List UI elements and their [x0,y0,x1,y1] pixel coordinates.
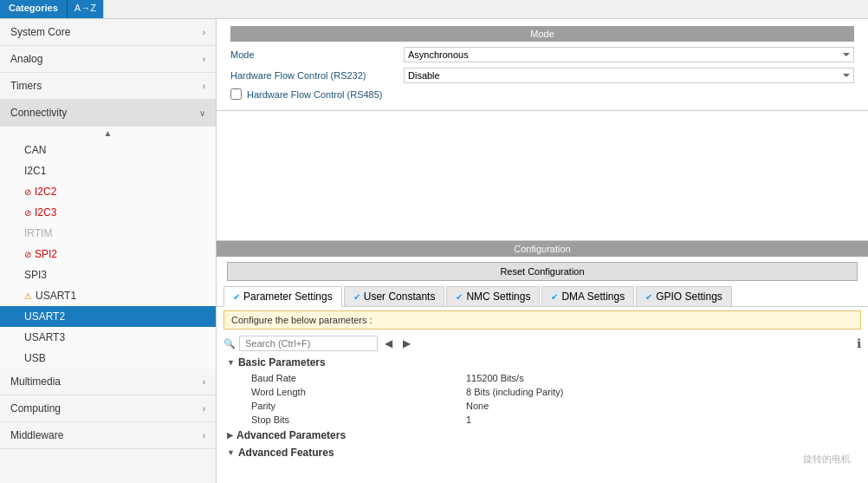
sidebar-item-spi2[interactable]: ⊘ SPI2 [0,244,216,264]
sidebar-item-middleware[interactable]: Middleware › [0,422,216,449]
mode-header: Mode [230,26,854,42]
search-next-button[interactable]: ▶ [399,337,414,349]
sidebar-item-usart1[interactable]: ⚠ USART1 [0,285,216,306]
sidebar-item-spi3[interactable]: SPI3 [0,264,216,285]
sidebar-item-connectivity[interactable]: Connectivity ∨ [0,100,216,127]
rs485-label: Hardware Flow Control (RS485) [247,89,383,100]
disabled-icon: ⊘ [24,187,31,197]
sidebar-item-i2c2[interactable]: ⊘ I2C2 [0,181,216,202]
reset-config-button[interactable]: Reset Configuration [227,262,858,281]
table-row: Stop Bits 1 [223,413,861,427]
sidebar-item-system-core[interactable]: System Core › [0,19,216,46]
scroll-up: ▲ [0,127,216,140]
flow-control-select[interactable]: Disable [404,68,854,83]
basic-params-label: Basic Parameters [238,356,326,369]
sidebar-item-analog[interactable]: Analog › [0,46,216,73]
advanced-features-section[interactable]: ▼ Advanced Features [223,444,861,461]
mode-section: Mode Mode Asynchronous Hardware Flow Con… [217,19,868,111]
mode-select[interactable]: Asynchronous [404,47,854,62]
check-icon: ✔ [456,292,463,302]
config-header: Configuration [217,241,868,257]
rs485-checkbox[interactable] [230,88,242,100]
tab-dma-settings[interactable]: ✔ DMA Settings [541,286,634,306]
sidebar-item-multimedia[interactable]: Multimedia › [0,369,216,395]
expand-arrow-icon: ▼ [227,358,235,367]
i2c1-label: I2C1 [24,165,46,177]
sidebar-item-usart3[interactable]: USART3 [0,327,216,348]
irtim-label: IRTIM [24,227,52,239]
sidebar-item-computing[interactable]: Computing › [0,395,216,422]
table-row: Parity None [223,399,861,413]
flow-control-row: Hardware Flow Control (RS232) Disable [230,68,854,83]
tab-label: User Constants [364,290,436,303]
expand-arrow-icon: ▼ [227,448,235,457]
search-icon: 🔍 [223,338,236,349]
sidebar-item-can[interactable]: CAN [0,140,216,160]
chevron-right-icon: › [203,377,205,387]
warning-icon: ⚠ [24,291,32,301]
tab-az[interactable]: A→Z [68,0,104,18]
info-icon[interactable]: ℹ [857,336,861,350]
sidebar-item-timers[interactable]: Timers › [0,73,216,100]
table-row: Word Length 8 Bits (including Parity) [223,385,861,399]
basic-parameters-section[interactable]: ▼ Basic Parameters [223,354,861,371]
expand-arrow-icon: ▶ [227,431,233,440]
chevron-right-icon: › [203,431,205,441]
sidebar-item-label: Connectivity [10,107,67,119]
sidebar-item-label: Multimedia [10,375,61,388]
search-prev-button[interactable]: ◀ [381,337,396,349]
main-layout: System Core › Analog › Timers › Connecti… [0,19,868,483]
advanced-params-label: Advanced Parameters [236,429,346,441]
param-value: 8 Bits (including Parity) [466,387,564,397]
tab-label: DMA Settings [561,290,625,303]
can-label: CAN [24,144,46,156]
usart3-label: USART3 [24,331,65,343]
sidebar-item-i2c3[interactable]: ⊘ I2C3 [0,202,216,223]
sidebar-item-label: Analog [10,53,42,65]
config-section: Configuration Reset Configuration ✔ Para… [217,240,868,483]
param-value: 115200 Bits/s [466,373,524,383]
params-body: ▼ Basic Parameters Baud Rate 115200 Bits… [217,354,868,483]
sidebar-item-usart2[interactable]: USART2 [0,306,216,327]
sidebar-item-label: Computing [10,402,61,414]
mode-row: Mode Asynchronous [230,47,854,62]
sidebar-item-label: Middleware [10,429,63,441]
sidebar-item-irtim[interactable]: IRTIM [0,223,216,244]
check-icon: ✔ [353,292,360,302]
tab-gpio-settings[interactable]: ✔ GPIO Settings [636,286,732,306]
sidebar: System Core › Analog › Timers › Connecti… [0,19,217,483]
tab-user-constants[interactable]: ✔ User Constants [344,286,445,306]
search-input[interactable] [239,336,378,351]
check-icon: ✔ [645,292,652,302]
up-arrow-icon: ▲ [104,128,113,138]
config-notice: Configure the below parameters : [223,310,861,330]
chevron-right-icon: › [203,28,205,37]
sidebar-item-usb[interactable]: USB [0,348,216,369]
sidebar-item-label: Timers [10,80,42,92]
connectivity-children: ▲ CAN I2C1 ⊘ I2C2 ⊘ I2C3 IRTIM ⊘ SPI2 [0,127,216,369]
sidebar-item-i2c1[interactable]: I2C1 [0,160,216,181]
advanced-parameters-section[interactable]: ▶ Advanced Parameters [223,427,861,444]
spi2-label: SPI2 [35,248,57,260]
mode-content-area [217,111,868,240]
tab-categories[interactable]: Categories [0,0,68,18]
check-icon: ✔ [551,292,558,302]
tab-parameter-settings[interactable]: ✔ Parameter Settings [223,286,342,307]
right-panel: Mode Mode Asynchronous Hardware Flow Con… [217,19,868,483]
tab-label: GPIO Settings [656,290,722,303]
sidebar-item-label: System Core [10,26,70,38]
tab-nmc-settings[interactable]: ✔ NMC Settings [446,286,540,306]
usart1-label: USART1 [36,290,76,302]
mode-label: Mode [230,49,404,60]
disabled-icon: ⊘ [24,208,31,218]
top-bar: Categories A→Z [0,0,868,19]
chevron-down-icon: ∨ [199,108,205,118]
chevron-right-icon: › [203,404,205,414]
tab-label: Parameter Settings [243,290,333,303]
param-name: Stop Bits [223,414,466,425]
tab-label: NMC Settings [466,290,530,303]
search-bar: 🔍 ◀ ▶ ℹ [217,333,868,354]
param-value: 1 [466,414,471,425]
i2c3-label: I2C3 [35,206,56,219]
disabled-icon: ⊘ [24,250,31,259]
